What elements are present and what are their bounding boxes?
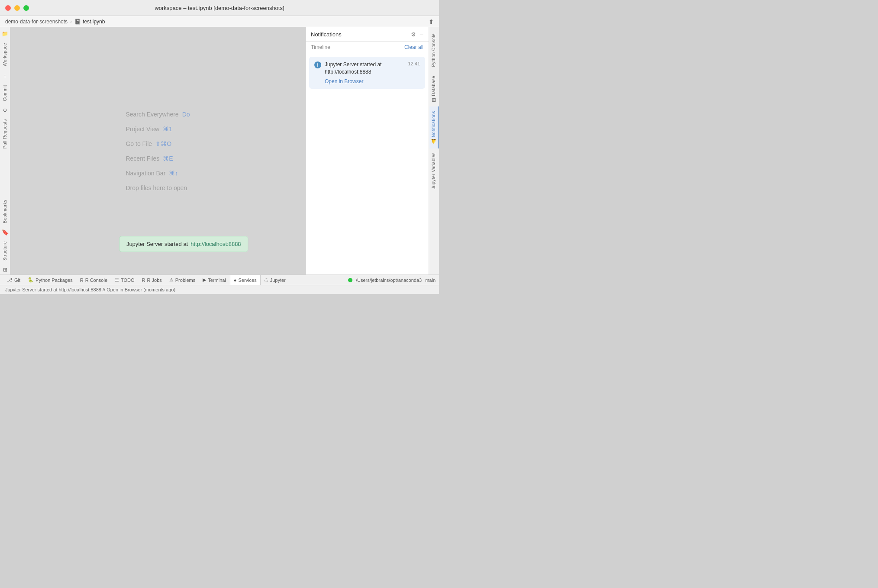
hint-project-text: Project View bbox=[126, 126, 159, 132]
clear-all-button[interactable]: Clear all bbox=[404, 44, 423, 50]
notif-top-row: i Jupyter Server started at http://local… bbox=[314, 61, 420, 76]
sidebar-item-workspace[interactable]: Workspace bbox=[1, 39, 9, 70]
status-right: /Users/jetbrains/opt/anaconda3 main bbox=[348, 278, 436, 283]
hint-drop: Drop files here to open bbox=[126, 184, 190, 191]
notifications-header: Notifications ⚙ − bbox=[306, 27, 429, 42]
services-icon: ● bbox=[234, 278, 237, 283]
status-tab-terminal[interactable]: ▶ Terminal bbox=[199, 275, 230, 285]
status-tab-jupyter-label: Jupyter bbox=[270, 278, 286, 283]
status-tab-python-packages-label: Python Packages bbox=[36, 278, 73, 283]
editor-area[interactable]: Search Everywhere Do Project View ⌘1 Go … bbox=[10, 27, 305, 275]
status-path: /Users/jetbrains/opt/anaconda3 bbox=[356, 278, 422, 283]
minimize-button[interactable] bbox=[14, 5, 20, 11]
hint-navbar-shortcut: ⌘↑ bbox=[169, 170, 178, 177]
export-area: ⬆ bbox=[429, 18, 434, 25]
window-title: workspace – test.ipynb [demo-data-for-sc… bbox=[155, 5, 284, 11]
sidebar-icon-pr[interactable]: ⊙ bbox=[0, 105, 10, 115]
export-icon[interactable]: ⬆ bbox=[429, 18, 434, 25]
hint-search-text: Search Everywhere bbox=[126, 111, 178, 118]
git-icon: ⎇ bbox=[7, 277, 13, 283]
notifications-panel: Notifications ⚙ − Timeline Clear all i J… bbox=[305, 27, 429, 275]
status-tab-python-packages[interactable]: 🐍 Python Packages bbox=[24, 275, 77, 285]
breadcrumb-filename: test.ipynb bbox=[83, 19, 105, 25]
jupyter-icon: ◌ bbox=[264, 277, 268, 283]
hint-goto-shortcut: ⇧⌘O bbox=[155, 140, 171, 147]
status-tab-services[interactable]: ● Services bbox=[230, 275, 261, 285]
sidebar-icon-commit[interactable]: ↑ bbox=[0, 71, 10, 81]
app-body: 📁 Workspace ↑ Commit ⊙ Pull Requests Boo… bbox=[0, 27, 439, 275]
hint-goto: Go to File ⇧⌘O bbox=[126, 140, 190, 147]
notif-info-icon: i bbox=[314, 61, 321, 68]
sidebar-item-bookmarks[interactable]: Bookmarks bbox=[1, 196, 9, 227]
status-tab-todo[interactable]: ☰ TODO bbox=[111, 275, 139, 285]
hint-recent: Recent Files ⌘E bbox=[126, 155, 190, 162]
hint-project-shortcut: ⌘1 bbox=[163, 126, 172, 132]
maximize-button[interactable] bbox=[23, 5, 29, 11]
status-tab-problems-label: Problems bbox=[175, 278, 195, 283]
status-tab-git-label: Git bbox=[14, 278, 20, 283]
notification-item-0: i Jupyter Server started at http://local… bbox=[309, 57, 425, 89]
problems-icon: ⚠ bbox=[169, 277, 174, 283]
hint-recent-text: Recent Files bbox=[126, 155, 159, 162]
r-console-icon: R bbox=[80, 278, 84, 283]
status-tab-r-jobs-label: R Jobs bbox=[147, 278, 162, 283]
hint-navbar: Navigation Bar ⌘↑ bbox=[126, 170, 190, 177]
breadcrumb: demo-data-for-screenshots › 📓 test.ipynb… bbox=[0, 16, 439, 27]
hint-search-shortcut: Do bbox=[182, 111, 190, 118]
status-green-dot bbox=[348, 278, 352, 282]
notif-message: Jupyter Server started at http://localho… bbox=[325, 61, 403, 76]
breadcrumb-project[interactable]: demo-data-for-screenshots bbox=[5, 19, 68, 25]
terminal-icon: ▶ bbox=[203, 277, 206, 283]
right-sidebar: Python Console ⊞ Database 🔔 Notification… bbox=[429, 27, 439, 275]
title-bar: workspace – test.ipynb [demo-data-for-sc… bbox=[0, 0, 439, 16]
hint-project: Project View ⌘1 bbox=[126, 126, 190, 132]
breadcrumb-file[interactable]: 📓 test.ipynb bbox=[74, 19, 105, 25]
editor-hints: Search Everywhere Do Project View ⌘1 Go … bbox=[126, 111, 190, 191]
r-jobs-icon: R bbox=[142, 278, 145, 283]
hint-drop-text: Drop files here to open bbox=[126, 184, 187, 191]
notifications-title: Notifications bbox=[311, 31, 407, 38]
hint-goto-text: Go to File bbox=[126, 140, 152, 147]
close-button[interactable] bbox=[5, 5, 11, 11]
sidebar-item-pull-requests[interactable]: Pull Requests bbox=[1, 116, 9, 152]
status-tab-jupyter[interactable]: ◌ Jupyter bbox=[261, 275, 290, 285]
status-tab-r-console[interactable]: R R Console bbox=[77, 275, 111, 285]
notifications-subheader: Timeline Clear all bbox=[306, 42, 429, 53]
sidebar-item-structure[interactable]: Structure bbox=[1, 238, 9, 264]
hint-navbar-text: Navigation Bar bbox=[126, 170, 165, 177]
hint-recent-shortcut: ⌘E bbox=[163, 155, 173, 162]
notifications-minimize-icon[interactable]: − bbox=[420, 31, 423, 38]
sidebar-item-database[interactable]: ⊞ Database bbox=[429, 71, 439, 107]
breadcrumb-separator: › bbox=[70, 19, 72, 25]
status-tab-problems[interactable]: ⚠ Problems bbox=[166, 275, 199, 285]
content-wrapper: Search Everywhere Do Project View ⌘1 Go … bbox=[10, 27, 439, 275]
sidebar-icon-folder[interactable]: 📁 bbox=[0, 29, 10, 39]
python-packages-icon: 🐍 bbox=[28, 277, 34, 283]
notebook-icon: 📓 bbox=[74, 19, 81, 25]
left-sidebar: 📁 Workspace ↑ Commit ⊙ Pull Requests Boo… bbox=[0, 27, 10, 275]
window-controls bbox=[5, 5, 29, 11]
status-bar: ⎇ Git 🐍 Python Packages R R Console ☰ TO… bbox=[0, 275, 439, 285]
status-tab-terminal-label: Terminal bbox=[208, 278, 226, 283]
timeline-label: Timeline bbox=[311, 44, 404, 50]
status-branch: main bbox=[425, 278, 436, 283]
status-bottom-bar: Jupyter Server started at http://localho… bbox=[0, 285, 439, 294]
sidebar-item-notifications[interactable]: 🔔 Notifications bbox=[429, 107, 439, 149]
sidebar-item-python-console[interactable]: Python Console bbox=[429, 29, 439, 71]
status-tab-r-jobs[interactable]: R R Jobs bbox=[139, 275, 166, 285]
notif-time: 12:41 bbox=[408, 61, 420, 66]
sidebar-icon-structure[interactable]: ⊞ bbox=[0, 265, 10, 275]
status-bottom-text: Jupyter Server started at http://localho… bbox=[5, 287, 175, 292]
status-tab-services-label: Services bbox=[238, 278, 256, 283]
sidebar-item-jupyter-variables[interactable]: Jupyter Variables bbox=[429, 148, 439, 194]
notifications-gear-icon[interactable]: ⚙ bbox=[411, 31, 416, 38]
status-tab-git[interactable]: ⎇ Git bbox=[3, 275, 24, 285]
notif-open-browser-link[interactable]: Open in Browser bbox=[325, 78, 420, 84]
sidebar-item-commit[interactable]: Commit bbox=[1, 81, 9, 104]
toast-notification: Jupyter Server started at http://localho… bbox=[119, 236, 249, 252]
sidebar-icon-bookmarks[interactable]: 🔖 bbox=[0, 227, 10, 237]
toast-link[interactable]: http://localhost:8888 bbox=[190, 241, 241, 247]
status-tab-todo-label: TODO bbox=[121, 278, 135, 283]
status-tab-r-console-label: R Console bbox=[85, 278, 107, 283]
todo-icon: ☰ bbox=[115, 277, 119, 283]
